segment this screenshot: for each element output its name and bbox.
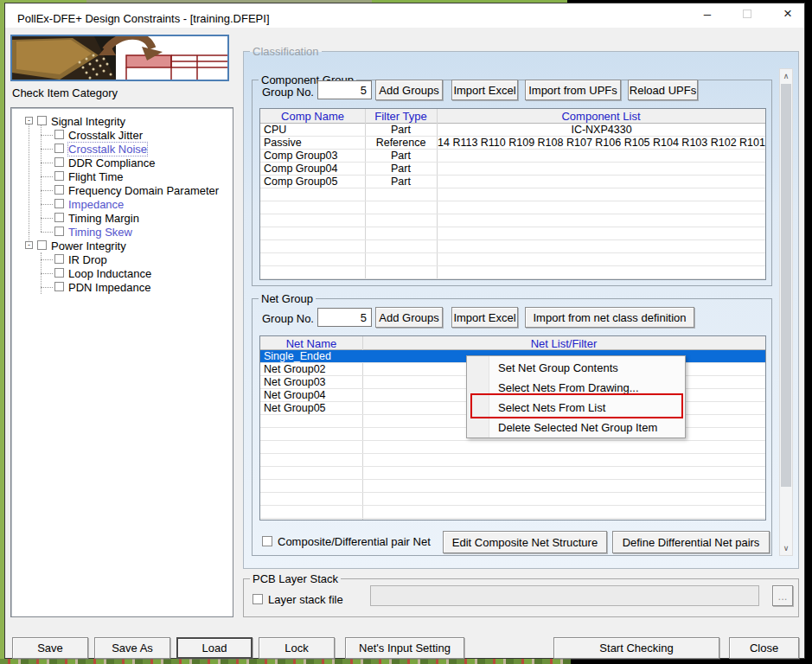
- save-button[interactable]: Save: [12, 637, 88, 659]
- scroll-down-icon[interactable]: ∨: [780, 541, 792, 555]
- layer-stack-file-label: Layer stack file: [268, 593, 343, 606]
- comp-add-groups-button[interactable]: Add Groups: [375, 80, 443, 100]
- window-title: PollEx-DFE+ Design Constraints - [traini…: [17, 12, 270, 25]
- net-group-no-input[interactable]: [317, 308, 372, 327]
- table-row[interactable]: [260, 214, 765, 227]
- checkbox[interactable]: [54, 199, 64, 208]
- column-header[interactable]: Comp Name: [260, 110, 365, 123]
- tree-expand-icon[interactable]: -: [25, 117, 33, 124]
- save-as-button[interactable]: Save As: [94, 637, 170, 659]
- start-checking-button[interactable]: Start Checking: [553, 637, 719, 659]
- screen: PollEx-DFE+ Design Constraints - [traini…: [0, 0, 812, 664]
- checkbox[interactable]: [54, 157, 64, 167]
- table-row[interactable]: Passive Reference 14 R113 R110 R109 R108…: [260, 137, 765, 150]
- maximize-box-glyph: [743, 10, 751, 18]
- chip-to-table-illustration: [12, 36, 227, 80]
- tree-connector: [29, 122, 29, 233]
- load-button[interactable]: Load: [176, 637, 253, 659]
- checkbox[interactable]: [54, 254, 64, 264]
- checkbox[interactable]: [37, 240, 47, 250]
- composite-differential-label: Composite/Differential pair Net: [278, 535, 431, 548]
- table-row[interactable]: Comp Group04 Part: [260, 163, 765, 176]
- column-header[interactable]: Component List: [437, 110, 765, 123]
- table-row[interactable]: [260, 240, 765, 253]
- tree-expand-icon[interactable]: -: [25, 241, 33, 249]
- menu-item-delete-selected-net-group-item[interactable]: Delete Selected Net Group Item: [467, 418, 687, 437]
- checkbox[interactable]: [54, 130, 64, 139]
- table-row[interactable]: [260, 266, 765, 279]
- column-header[interactable]: Net Name: [260, 337, 362, 350]
- title-bar: PollEx-DFE+ Design Constraints - [traini…: [5, 3, 804, 28]
- net-group-no-label: Group No.: [262, 312, 314, 325]
- comp-reload-upfs-button[interactable]: Reload UPFs: [628, 80, 698, 100]
- net-import-excel-button[interactable]: Import Excel: [451, 307, 518, 328]
- minimize-icon[interactable]: –: [693, 3, 722, 24]
- layer-stack-file-checkbox[interactable]: [253, 594, 263, 604]
- comp-group-no-label: Group No.: [262, 86, 314, 99]
- column-header[interactable]: Filter Type: [365, 110, 437, 123]
- layer-stack-file-input[interactable]: [370, 585, 759, 606]
- table-row[interactable]: [260, 506, 765, 519]
- checkbox[interactable]: [37, 116, 47, 125]
- comp-import-excel-button[interactable]: Import Excel: [451, 80, 518, 100]
- close-icon[interactable]: ×: [773, 3, 802, 24]
- check-item-category-label: Check Item Category: [12, 86, 118, 99]
- scroll-up-icon[interactable]: ∧: [780, 69, 792, 83]
- comp-import-from-upfs-button[interactable]: Import from UPFs: [525, 80, 621, 100]
- table-row[interactable]: CPU Part IC-NXP4330: [260, 124, 765, 137]
- checkbox[interactable]: [54, 213, 64, 222]
- component-table: Comp Name Filter Type Component List CPU…: [259, 108, 766, 280]
- table-row[interactable]: [260, 188, 765, 201]
- checkbox[interactable]: [54, 227, 64, 236]
- lock-button[interactable]: Lock: [259, 637, 335, 659]
- classification-scrollbar[interactable]: ∧ ∨: [779, 68, 793, 556]
- table-row[interactable]: Comp Group03 Part: [260, 150, 765, 163]
- column-header[interactable]: Net List/Filter: [362, 337, 765, 350]
- table-row[interactable]: [260, 441, 765, 454]
- maximize-icon: [732, 3, 762, 24]
- edit-composite-net-structure-button[interactable]: Edit Composite Net Structure: [443, 531, 607, 553]
- nets-input-setting-button[interactable]: Net's Input Setting: [345, 637, 464, 659]
- menu-item-set-net-group-contents[interactable]: Set Net Group Contents: [467, 358, 687, 378]
- table-row[interactable]: Comp Group05 Part: [260, 176, 765, 188]
- checkbox[interactable]: [54, 268, 64, 278]
- composite-differential-checkbox[interactable]: [262, 536, 272, 546]
- table-row[interactable]: [260, 454, 765, 467]
- net-add-groups-button[interactable]: Add Groups: [375, 307, 443, 328]
- define-differential-net-pairs-button[interactable]: Define Differential Net pairs: [612, 531, 770, 553]
- scrollbar-thumb[interactable]: [781, 84, 791, 487]
- checkbox[interactable]: [54, 171, 64, 181]
- close-button[interactable]: Close: [729, 637, 799, 659]
- component-table-header: Comp Name Filter Type Component List: [260, 109, 765, 124]
- checkbox[interactable]: [54, 282, 64, 291]
- table-row[interactable]: [260, 201, 765, 214]
- check-item-tree: - Signal Integrity Crosstalk Jitter Cros…: [10, 107, 233, 617]
- checkbox[interactable]: [54, 185, 64, 195]
- table-row[interactable]: [260, 467, 765, 480]
- net-import-from-net-class-button[interactable]: Import from net class definition: [525, 307, 694, 328]
- table-row[interactable]: [260, 480, 765, 493]
- table-row[interactable]: [260, 253, 765, 266]
- comp-group-no-input[interactable]: [317, 80, 372, 99]
- red-highlight-annotation: [470, 393, 683, 418]
- net-group-caption: Net Group: [259, 292, 316, 305]
- browse-button[interactable]: ...: [772, 585, 793, 606]
- table-row[interactable]: [260, 227, 765, 240]
- net-table-header: Net Name Net List/Filter: [260, 336, 765, 350]
- pcb-banner-image: [10, 35, 229, 81]
- classification-caption: Classification: [250, 45, 322, 58]
- background-app-bottom-edge: [0, 659, 571, 664]
- table-row[interactable]: [260, 493, 765, 506]
- pcb-layer-stack-caption: PCB Layer Stack: [250, 572, 341, 585]
- checkbox[interactable]: [54, 144, 64, 153]
